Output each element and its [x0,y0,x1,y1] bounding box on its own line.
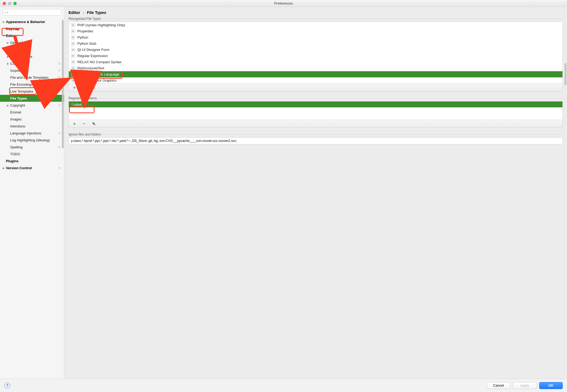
file-type-label: RELAX NG Compact Syntax [77,60,122,64]
tree-arrow-icon: ▶ [6,62,10,65]
section-title-ignore: Ignore files and folders [69,133,101,136]
scheme-scope-icon: ⧉ [58,166,61,170]
file-type-row[interactable]: ≡Python Stub [69,40,562,47]
file-type-row[interactable]: ≡Robotframework Language [69,71,562,77]
window-close-button[interactable] [3,2,6,5]
recognized-file-types-list[interactable]: ≡PHP (syntax Highlighting Only)≡Properti… [69,22,563,84]
scheme-scope-icon: ⧉ [58,69,61,72]
sidebar-scrollbar[interactable] [62,20,64,148]
add-file-type-button[interactable]: ＋ [72,85,77,90]
file-type-icon: ≡ [71,48,75,52]
breadcrumb-separator: › [83,10,84,15]
sidebar-search-input[interactable] [9,10,59,14]
sidebar-item-label: Keymap [6,27,20,31]
file-type-icon: ≡ [71,35,75,40]
sidebar-item[interactable]: Plugins [0,157,64,164]
sidebar-item[interactable]: ▶Code Style⧉ [0,60,64,67]
file-type-row[interactable]: ≡Scalable Vector Graphics [69,77,562,84]
cancel-button[interactable]: Cancel [487,382,510,389]
file-type-row[interactable]: ≡RELAX NG Compact Syntax [69,59,562,65]
file-type-label: Qt UI Designer Form [77,48,109,52]
remove-pattern-button[interactable]: − [82,121,86,126]
sidebar-item-label: General [10,41,22,45]
sidebar-item-label: TODO [10,152,20,156]
file-type-icon: ≡ [71,29,75,33]
breadcrumb-current: File Types [87,10,106,15]
file-type-row[interactable]: ≡Qt UI Designer Form [69,47,562,53]
section-ignore: Ignore files and folders [69,133,563,144]
edit-pattern-button[interactable]: ✎ [91,121,96,126]
window-traffic-lights [3,2,17,5]
sidebar-item-label: Images [10,117,22,121]
file-type-row[interactable]: ≡PHP (syntax Highlighting Only) [69,22,562,28]
sidebar-item[interactable]: ▶Copyright⧉ [0,102,64,109]
sidebar-item[interactable]: Language Injections⧉ [0,130,64,137]
tree-arrow-icon: ▶ [2,20,5,23]
tree-arrow-icon: ▶ [6,41,10,44]
window-minimize-button[interactable] [8,2,11,5]
sidebar-item[interactable]: Images [0,116,64,123]
sidebar-item[interactable]: TODO [0,150,64,157]
sidebar-item[interactable]: File Encodings⧉ [0,81,64,88]
sidebar-item[interactable]: ▶General [0,39,64,46]
file-type-icon: ≡ [71,23,75,27]
sidebar-item[interactable]: ▼Editor [0,32,64,39]
tree-arrow-icon: ▶ [6,104,10,107]
registered-patterns-list[interactable]: *.robot [69,101,563,120]
sidebar-item[interactable]: Spelling⧉ [0,144,64,150]
preferences-tree[interactable]: ▶Appearance & BehaviorKeymap▼Editor▶Gene… [0,17,64,379]
help-button[interactable]: ? [4,383,10,389]
file-type-label: PHP (syntax Highlighting Only) [77,23,125,27]
ignore-files-input[interactable] [69,137,563,144]
sidebar-item[interactable]: Live Templates [0,88,64,95]
sidebar-item-label: Spelling [10,145,22,149]
breadcrumb: Editor › File Types [64,7,567,17]
remove-file-type-button[interactable]: − [82,85,86,90]
sidebar-item[interactable]: ▶Version Control⧉ [0,164,64,171]
file-type-icon: ≡ [71,66,75,70]
ok-button[interactable]: OK [539,382,563,389]
sidebar-item[interactable]: Font [0,46,64,53]
file-type-row[interactable]: ≡Python [69,34,562,40]
file-type-row[interactable]: ≡Properties [69,28,562,34]
file-type-label: Python Stub [77,42,96,46]
sidebar-item[interactable]: Emmet [0,109,64,116]
sidebar-item-label: Code Style [10,62,27,66]
add-pattern-button[interactable]: ＋ [72,121,77,126]
scheme-scope-icon: ⧉ [58,131,61,135]
breadcrumb-parent[interactable]: Editor [69,10,80,15]
sidebar-item[interactable]: File Types [0,95,64,102]
file-type-row[interactable]: ≡ReStructuredText [69,65,562,71]
file-type-row[interactable]: ≡Regular Expression [69,53,562,59]
scheme-scope-icon: ⧉ [58,62,61,65]
file-type-icon: ≡ [71,72,75,77]
sidebar-item-label: Live Templates [10,89,33,93]
section-title-patterns: Registered Patterns [69,96,97,100]
sidebar-item[interactable]: ▶Appearance & Behavior [0,18,64,25]
sidebar-search[interactable]: ⌕ ▾ [3,9,61,16]
file-type-icon: ≡ [71,42,75,46]
sidebar-item[interactable]: Keymap [0,25,64,32]
recognized-toolbar: ＋ − ✎ [69,84,563,92]
window-zoom-button[interactable] [13,2,17,5]
file-type-icon: ≡ [71,54,75,58]
edit-file-type-button[interactable]: ✎ [91,85,96,90]
tree-arrow-icon: ▶ [2,167,5,169]
main-panel: Editor › File Types Recognized File Type… [64,7,567,379]
sidebar-item[interactable]: File and Code Templates⧉ [0,74,64,81]
scheme-scope-icon: ⧉ [58,76,61,79]
tree-arrow-icon: ▶ [6,55,10,58]
file-type-label: Properties [77,29,93,33]
sidebar-item[interactable]: Intentions [0,123,64,130]
sidebar-item[interactable]: ▶Color Scheme [0,53,64,60]
sidebar-item-label: Intentions [10,124,25,128]
apply-button[interactable]: Apply [513,382,536,389]
sidebar-item[interactable]: Log Highlighting (Ideolog) [0,137,64,144]
main-scrollbar[interactable] [565,63,566,85]
file-type-label: Regular Expression [77,54,108,58]
section-recognized-file-types: Recognized File Types ≡PHP (syntax Highl… [69,17,563,92]
sidebar-item-label: Inspections [10,69,28,73]
pattern-row[interactable]: *.robot [69,101,562,107]
scheme-scope-icon: ⧉ [58,82,61,86]
sidebar-item[interactable]: Inspections⧉ [0,67,64,74]
